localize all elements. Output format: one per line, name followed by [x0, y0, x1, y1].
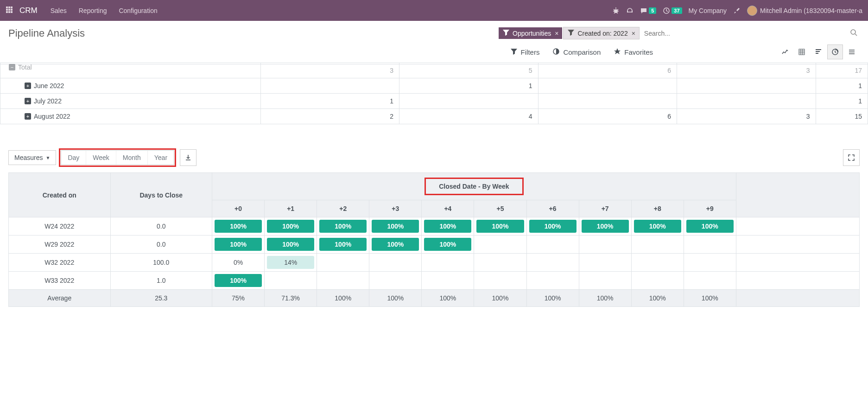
minus-icon[interactable]: −	[9, 64, 15, 70]
cohort-pct-cell[interactable]	[579, 236, 631, 254]
pivot-view-button[interactable]	[794, 45, 810, 59]
search-input[interactable]	[640, 28, 696, 39]
cohort-pct-cell[interactable]	[474, 272, 526, 290]
cohort-view-button[interactable]	[827, 45, 843, 59]
messages-icon[interactable]: 5	[640, 7, 656, 14]
apps-icon[interactable]	[6, 6, 13, 15]
user-name: Mitchell Admin (18320094-master-a	[760, 7, 862, 14]
cohort-pct-cell[interactable]	[422, 272, 474, 290]
cohort-pct-cell[interactable]	[579, 254, 631, 272]
search-icon[interactable]	[848, 27, 859, 39]
cohort-col-header: +3	[369, 200, 422, 217]
cohort-pct-cell[interactable]: 100%	[369, 236, 422, 254]
cohort-pct-cell[interactable]	[474, 254, 526, 272]
filters-button[interactable]: Filters	[510, 48, 540, 57]
pivot-cell	[677, 78, 816, 94]
cohort-pct-cell[interactable]: 100%	[369, 217, 422, 236]
close-icon[interactable]: ×	[555, 30, 558, 37]
cohort-pct-cell[interactable]	[369, 272, 422, 290]
cohort-pct-cell[interactable]: 100%	[265, 217, 317, 236]
plus-icon[interactable]: +	[25, 98, 31, 104]
pivot-table: −Total356317+June 202211+July 202211+Aug…	[0, 63, 868, 124]
company-switch[interactable]: My Company	[689, 7, 727, 14]
cohort-pct-cell[interactable]	[422, 254, 474, 272]
support-icon[interactable]	[626, 7, 634, 14]
cohort-pct-cell[interactable]: 100%	[684, 217, 736, 236]
cohort-pct-cell[interactable]	[317, 272, 369, 290]
cohort-pct-cell[interactable]	[526, 272, 579, 290]
tools-icon[interactable]	[733, 7, 741, 14]
cohort-pct-cell[interactable]	[474, 236, 526, 254]
close-icon[interactable]: ×	[632, 30, 635, 37]
cohort-pct-cell[interactable]: 100%	[212, 236, 265, 254]
period-year[interactable]: Year	[148, 151, 174, 165]
cohort-pct-cell[interactable]	[526, 236, 579, 254]
menu-view-button[interactable]	[844, 45, 860, 59]
svg-rect-10	[627, 11, 628, 13]
pivot-cell	[538, 78, 677, 94]
pivot-row-label[interactable]: +July 2022	[6, 97, 255, 105]
plus-icon[interactable]: +	[25, 113, 31, 120]
cohort-pct-cell[interactable]: 100%	[422, 217, 474, 236]
cohort-col-header: +4	[422, 200, 474, 217]
pivot-row-label[interactable]: +June 2022	[6, 82, 255, 89]
nav-reporting[interactable]: Reporting	[79, 7, 107, 14]
download-button[interactable]	[180, 149, 196, 166]
cohort-pct-cell[interactable]: 100%	[317, 236, 369, 254]
pivot-cell: 6	[538, 109, 677, 124]
pivot-row-label[interactable]: +August 2022	[6, 113, 255, 120]
cohort-pct-cell[interactable]	[684, 236, 736, 254]
graph-view-button[interactable]	[777, 45, 793, 59]
filter-chip-created-on[interactable]: Created on: 2022 ×	[563, 27, 639, 39]
svg-rect-1	[8, 6, 10, 8]
cohort-pct-cell[interactable]: 100%	[212, 217, 265, 236]
filter-chip-opportunities[interactable]: Opportunities ×	[499, 27, 562, 39]
app-brand[interactable]: CRM	[19, 6, 38, 15]
cohort-pct-cell[interactable]	[684, 254, 736, 272]
cohort-pct-cell[interactable]: 100%	[474, 217, 526, 236]
cohort-pct-cell[interactable]: 100%	[579, 217, 631, 236]
cohort-pct-cell[interactable]	[684, 272, 736, 290]
pivot-row-label[interactable]: −Total	[6, 64, 255, 71]
pivot-row-text: August 2022	[34, 113, 70, 120]
cohort-pct-cell[interactable]	[526, 254, 579, 272]
period-group-highlight: Day Week Month Year	[59, 148, 176, 167]
cohort-pct-cell[interactable]	[317, 254, 369, 272]
bug-icon[interactable]	[612, 7, 620, 14]
cohort-pct-cell[interactable]	[579, 272, 631, 290]
cohort-pct-cell[interactable]	[265, 272, 317, 290]
cohort-pct-cell[interactable]	[631, 236, 684, 254]
nav-configuration[interactable]: Configuration	[119, 7, 157, 14]
nav-sales[interactable]: Sales	[51, 7, 67, 14]
comparison-button[interactable]: Comparison	[552, 48, 601, 57]
period-month[interactable]: Month	[116, 151, 148, 165]
cohort-pct-cell[interactable]: 100%	[265, 236, 317, 254]
cohort-controls: Measures ▼ Day Week Month Year	[0, 141, 868, 172]
plus-icon[interactable]: +	[25, 83, 31, 89]
cohort-row-label: W32 2022	[9, 254, 111, 272]
measures-button[interactable]: Measures ▼	[8, 150, 56, 165]
activities-icon[interactable]: 37	[663, 7, 682, 14]
cohort-days-cell: 100.0	[110, 254, 212, 272]
cohort-pct-cell[interactable]: 100%	[631, 217, 684, 236]
cohort-pct-cell[interactable]: 100%	[212, 272, 265, 290]
period-day[interactable]: Day	[61, 151, 86, 165]
favorites-button[interactable]: Favorites	[614, 48, 653, 57]
pivot-row-text: Total	[18, 64, 32, 71]
cohort-pct-cell[interactable]	[369, 254, 422, 272]
cohort-pct-cell[interactable]: 100%	[422, 236, 474, 254]
cohort-trailing-cell	[736, 254, 859, 272]
user-menu[interactable]: Mitchell Admin (18320094-master-a	[747, 6, 862, 16]
pivot-cell: 1	[816, 78, 868, 94]
list-view-button[interactable]	[811, 45, 826, 59]
expand-button[interactable]	[843, 149, 860, 166]
period-week[interactable]: Week	[86, 151, 116, 165]
cohort-pct-cell[interactable]: 14%	[265, 254, 317, 272]
cohort-pct-cell[interactable]: 100%	[317, 217, 369, 236]
cohort-pct-cell[interactable]	[631, 254, 684, 272]
activities-badge: 37	[672, 7, 682, 14]
cohort-pct-cell[interactable]	[631, 272, 684, 290]
cohort-pct-cell[interactable]: 100%	[526, 217, 579, 236]
cohort-pct-cell[interactable]: 0%	[212, 254, 265, 272]
filter-chip-label: Created on: 2022	[577, 30, 627, 37]
